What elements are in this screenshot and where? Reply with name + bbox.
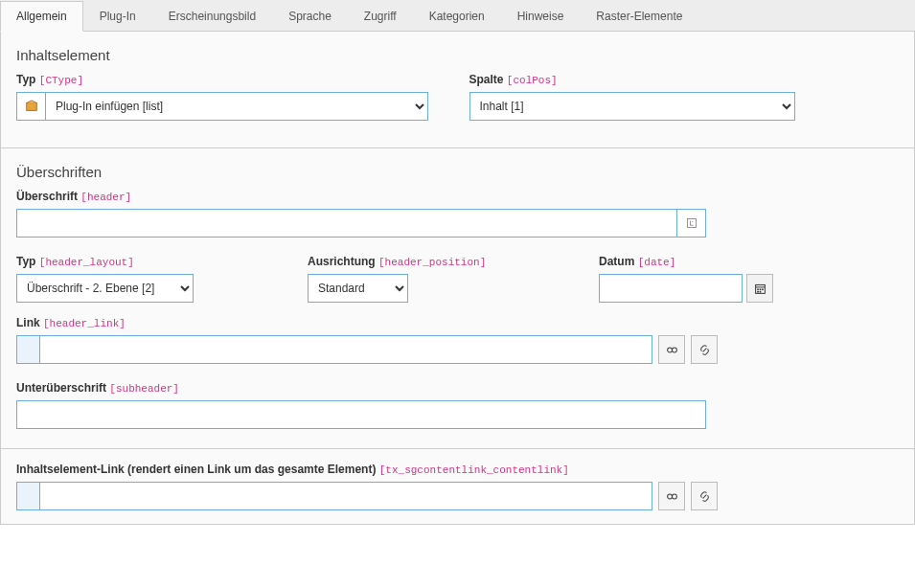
content-link-icon[interactable] [691, 482, 718, 510]
svg-point-11 [672, 348, 676, 352]
tab-zugriff[interactable]: Zugriff [348, 1, 413, 32]
header-layout-select[interactable]: Überschrift - 2. Ebene [2] [16, 274, 194, 303]
date-input[interactable] [599, 274, 743, 303]
label-header-position: Ausrichtung [header_position] [308, 255, 576, 268]
svg-rect-9 [759, 290, 761, 292]
subheader-input[interactable] [16, 400, 706, 429]
label-date: Datum [date] [599, 255, 773, 268]
svg-point-10 [667, 348, 672, 352]
section-title-content-element: Inhaltselement [16, 47, 899, 63]
svg-rect-7 [762, 288, 764, 290]
localization-icon[interactable] [677, 209, 706, 237]
svg-rect-1 [687, 219, 696, 228]
tab-sprache[interactable]: Sprache [272, 1, 348, 32]
content-link-wizard-icon[interactable] [658, 482, 685, 510]
header-input[interactable] [16, 209, 677, 237]
label-colpos: Spalte [colPos] [469, 73, 900, 86]
link-icon[interactable] [691, 335, 718, 364]
link-wizard-icon[interactable] [658, 335, 685, 364]
tab-kategorien[interactable]: Kategorien [413, 1, 501, 32]
panel-content-link: Inhaltselement-Link (rendert einen Link … [0, 449, 915, 525]
tab-plugin[interactable]: Plug-In [83, 1, 152, 32]
colpos-select[interactable]: Inhalt [1] [469, 92, 795, 121]
label-content-link: Inhaltselement-Link (rendert einen Link … [16, 463, 899, 476]
section-title-headlines: Überschriften [16, 164, 899, 180]
svg-point-2 [692, 221, 693, 222]
label-header-layout: Typ [header_layout] [16, 255, 285, 268]
label-header-link: Link [header_link] [16, 316, 899, 329]
tab-hinweise[interactable]: Hinweise [501, 1, 581, 32]
tab-bar: Allgemein Plug-In Erscheinungsbild Sprac… [0, 0, 915, 32]
tab-allgemein[interactable]: Allgemein [0, 1, 83, 32]
plugin-icon [16, 92, 45, 121]
label-ctype: Typ [CType] [16, 73, 446, 86]
tab-erscheinungsbild[interactable]: Erscheinungsbild [152, 1, 272, 32]
link-prefix-icon [16, 335, 39, 364]
label-subheader: Unterüberschrift [subheader] [16, 381, 899, 395]
label-header: Überschrift [header] [16, 190, 899, 203]
header-position-select[interactable]: Standard [308, 274, 408, 303]
panel-content-element: Inhaltselement Typ [CType] Plug-In einfü… [0, 32, 915, 148]
calendar-icon[interactable] [746, 274, 773, 303]
svg-point-13 [672, 494, 676, 499]
content-link-input[interactable] [39, 482, 652, 510]
ctype-select[interactable]: Plug-In einfügen [list] [45, 92, 428, 121]
svg-rect-0 [26, 103, 36, 111]
header-link-input[interactable] [39, 335, 652, 364]
svg-rect-5 [757, 288, 759, 290]
content-link-prefix-icon [16, 482, 39, 510]
panel-headlines: Überschriften Überschrift [header] Typ [… [0, 148, 915, 449]
svg-rect-6 [759, 288, 761, 290]
tab-raster-elemente[interactable]: Raster-Elemente [580, 1, 698, 32]
svg-point-12 [667, 494, 672, 499]
svg-rect-8 [757, 290, 759, 292]
